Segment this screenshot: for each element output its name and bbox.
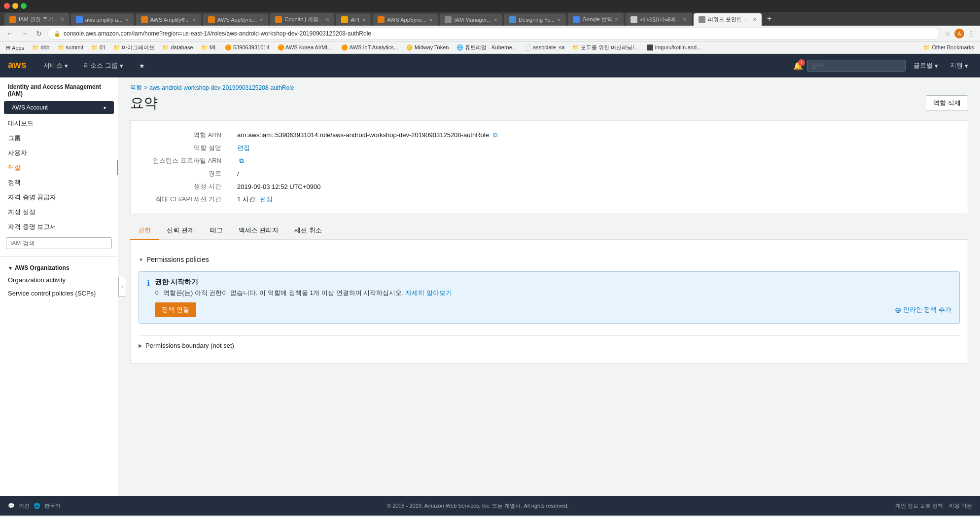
tab-permissions[interactable]: 권한 [130,222,159,240]
bookmarks-bar: ⊞ Apps 📁 ddb 📁 summit 📁 01 📁 마이그레이션 📁 da… [0,42,980,54]
profile-icon[interactable]: A [954,29,964,38]
global-search-input[interactable] [807,60,906,72]
browser-tab-iam-mgr[interactable]: IAM Manager... ✕ [439,13,503,26]
sidebar-title: Identity and Access Management (IAM) [0,77,118,99]
sidebar-label-scp: Service control policies (SCPs) [8,290,96,297]
sidebar-item-org-activity[interactable]: Organization activity [0,273,118,287]
bookmark-midway[interactable]: 🪙 Midway Token [404,44,451,51]
breadcrumb-parent-link[interactable]: 역할 [130,83,142,92]
tab-close-amplify[interactable]: ✕ [125,17,129,23]
bookmark-migration[interactable]: 📁 마이그레이션 [111,43,156,52]
browser-tab-appsync[interactable]: AWS AppSync... ✕ [203,13,269,26]
sidebar-org-header[interactable]: ▼ AWS Organizations [0,260,118,273]
new-tab-button[interactable]: + [763,12,775,26]
tab-close-api[interactable]: ✕ [362,17,366,23]
sidebar-item-scp[interactable]: Service control policies (SCPs) [0,287,118,300]
support-nav[interactable]: 지원 ▾ [946,59,972,72]
extensions-icon[interactable]: ⋮ [966,29,976,38]
close-window-button[interactable] [4,3,10,9]
arn-copy-icon[interactable]: ⧉ [493,131,497,139]
bookmark-aws-ai[interactable]: 🟠 AWS Korea AI/ML... [276,44,336,51]
favorites-nav[interactable]: ★ [135,60,149,72]
tab-close-appsync[interactable]: ✕ [259,17,263,23]
tab-close-designing[interactable]: ✕ [557,17,561,23]
terms-link[interactable]: 이용 약관 [949,502,972,510]
bookmark-associate[interactable]: 📄 associate_sa [523,44,566,51]
tab-trust[interactable]: 신뢰 관계 [159,222,202,240]
tab-revoke-sessions[interactable]: 세션 취소 [286,222,330,240]
services-nav[interactable]: 서비스 ▾ [39,59,72,72]
tab-close-appsync2[interactable]: ✕ [429,17,433,23]
sidebar-item-credential-report[interactable]: 자격 증명 보고서 [0,220,118,234]
sidebar-account[interactable]: AWS Account ▾ [4,101,114,114]
bookmark-kube[interactable]: 🌐 튜토리얼 - Kuberne... [455,43,519,52]
minimize-window-button[interactable] [12,3,18,9]
footer-lang-text[interactable]: 한국어 [44,502,61,510]
tab-close-mail[interactable]: ✕ [683,17,687,22]
browser-tab-api[interactable]: API ✕ [336,13,371,26]
bookmark-star-icon[interactable]: ☆ [943,29,952,38]
bookmark-01[interactable]: 📁 01 [89,44,107,51]
sidebar-item-users[interactable]: 사용자 [0,146,118,160]
browser-tab-designing[interactable]: Designing Yo... ✕ [504,13,566,26]
tab-content-permissions: ▼ Permissions policies ℹ 권한 시작하기 이 역할은(는… [130,240,968,364]
browser-tab-amplify[interactable]: aws amplify a... ✕ [70,13,135,26]
sidebar-item-account-settings[interactable]: 계정 설정 [0,205,118,220]
tab-access-advisor[interactable]: 액세스 관리자 [231,222,287,240]
browser-tab-appsync2[interactable]: AWS AppSync... ✕ [372,13,438,26]
region-chevron-icon: ▾ [935,62,938,70]
address-bar[interactable]: 🔒 console.aws.amazon.com/iam/home?region… [47,28,940,39]
bookmark-database[interactable]: 📁 database [160,44,195,51]
boundary-header[interactable]: ▶ Permissions boundary (not set) [139,336,960,355]
resource-groups-nav[interactable]: 리소스 그룹 ▾ [80,59,127,72]
tab-close-amplify2[interactable]: ✕ [192,17,196,23]
sidebar-item-roles[interactable]: 역할 [0,160,118,175]
sidebar-item-dashboard[interactable]: 대시보드 [0,116,118,131]
sidebar-collapse-button[interactable]: ‹ [118,277,126,296]
sidebar-item-groups[interactable]: 그룹 [0,131,118,146]
description-edit-link[interactable]: 편집 [237,144,250,151]
bookmark-ml2[interactable]: 📁 모두를 위한 머신러닝/... [570,43,640,52]
tab-close-iam[interactable]: ✕ [60,17,64,22]
browser-tab-google[interactable]: Google 번역 ✕ [567,13,624,26]
bookmark-kotlin[interactable]: ⬛ imguru/kotlin-and... [645,44,703,51]
forward-button[interactable]: → [19,28,31,39]
maximize-window-button[interactable] [21,3,27,9]
add-inline-policy-link[interactable]: ⊕ 인라인 정책 추가 [895,305,951,315]
region-nav[interactable]: 글로벌 ▾ [910,59,942,72]
tab-close-google[interactable]: ✕ [615,17,619,22]
tab-close-cognito[interactable]: ✕ [325,17,329,22]
browser-tab-cognito[interactable]: Cognito | 계정... ✕ [270,13,335,26]
aws-logo[interactable]: aws [8,58,28,73]
bookmark-ddb[interactable]: 📁 ddb [30,44,51,51]
privacy-link[interactable]: 개인 정보 보호 정책 [895,502,943,510]
permissions-section-header[interactable]: ▼ Permissions policies [139,252,960,267]
attach-policy-button[interactable]: 정책 연결 [155,302,196,317]
bookmark-summit[interactable]: 📁 summit [56,44,86,51]
learn-more-link[interactable]: 자세히 알아보기 [405,289,452,296]
browser-tab-reward[interactable]: 리워드 포인트 A... ✕ [693,13,762,26]
footer-right: 개인 정보 보호 정책 이용 약관 [895,502,972,510]
browser-tab-mail[interactable]: 새 메일(카페메... ✕ [625,13,692,26]
tab-close-reward[interactable]: ✕ [753,17,757,22]
delete-role-button[interactable]: 역할 삭제 [926,95,968,111]
bookmark-account[interactable]: 🟠 539063931014 [223,44,271,51]
footer-chat-text[interactable]: 의견 [19,502,30,510]
tab-tags[interactable]: 태그 [202,222,231,240]
browser-tab-iam[interactable]: IAM 관한 주기... ✕ [4,13,70,26]
tab-close-iam-mgr[interactable]: ✕ [493,17,497,23]
sidebar-search-input[interactable] [6,237,112,249]
resource-groups-chevron-icon: ▾ [120,62,123,70]
instance-profile-copy-icon[interactable]: ⧉ [239,157,244,164]
bookmark-iot[interactable]: 🟠 AWS IoT Analytics... [339,44,400,51]
browser-tab-amplify2[interactable]: AWS Amplify®... ✕ [136,13,202,26]
bookmark-ml[interactable]: 📁 ML [199,44,219,51]
other-bookmarks[interactable]: 📁 Other Bookmarks [921,44,976,51]
back-button[interactable]: ← [4,28,16,39]
bell-container[interactable]: 🔔 1 [793,61,803,71]
bookmark-apps[interactable]: ⊞ Apps [4,44,26,51]
max-session-edit-link[interactable]: 편집 [260,195,273,203]
refresh-button[interactable]: ↻ [34,28,44,39]
sidebar-item-policies[interactable]: 정책 [0,175,118,190]
sidebar-item-identity-providers[interactable]: 자격 증명 공급자 [0,190,118,205]
